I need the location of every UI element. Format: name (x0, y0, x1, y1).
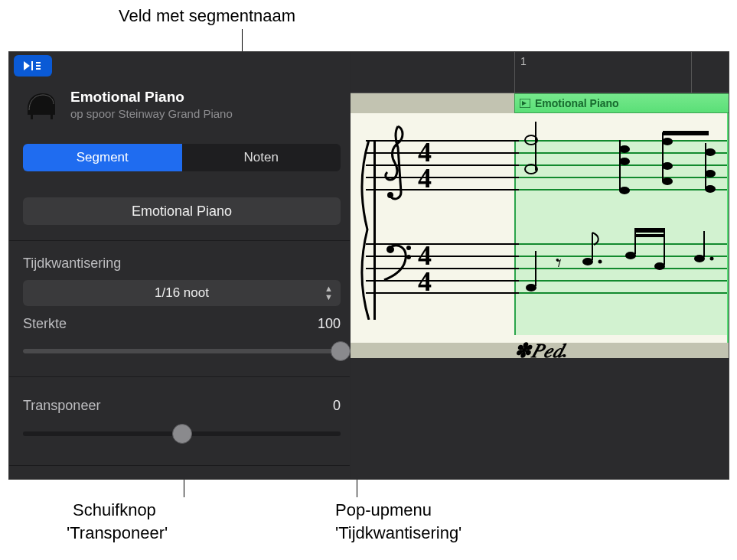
tab-notes[interactable]: Noten (182, 144, 341, 171)
svg-text:4: 4 (418, 163, 432, 192)
segment-subtitle: op spoor Steinway Grand Piano (70, 107, 233, 120)
svg-point-36 (598, 260, 602, 264)
svg-point-19 (705, 148, 716, 156)
inspector-tab-bar: Segment Noten (23, 144, 341, 171)
svg-rect-1 (31, 113, 33, 119)
strength-label: Sterkte (23, 316, 67, 332)
strength-value: 100 (318, 316, 341, 332)
callout-transpose-line1: Schuifknop (73, 500, 156, 520)
time-signature-bass: 4 4 (418, 242, 441, 295)
time-quantize-label: Tijdkwantisering (23, 256, 121, 272)
svg-point-34 (582, 258, 593, 265)
svg-point-37 (625, 252, 636, 259)
strength-slider-thumb[interactable] (331, 341, 351, 361)
loop-icon (520, 99, 530, 108)
svg-point-39 (654, 262, 665, 270)
svg-point-21 (705, 185, 716, 193)
svg-rect-42 (635, 234, 664, 237)
editor-panel: Emotional Piano op spoor Steinway Grand … (8, 51, 729, 480)
region-name-label: Emotional Piano (535, 97, 619, 109)
svg-text:4: 4 (418, 266, 432, 295)
svg-point-43 (694, 255, 705, 262)
svg-point-28 (406, 255, 411, 259)
transpose-slider[interactable] (23, 431, 341, 436)
segment-title: Emotional Piano (70, 89, 233, 106)
grand-piano-icon (23, 86, 60, 122)
svg-point-16 (662, 162, 673, 170)
svg-point-17 (662, 177, 673, 185)
segment-header: Emotional Piano op spoor Steinway Grand … (23, 86, 233, 122)
svg-rect-22 (663, 131, 709, 135)
callout-transpose-line2: 'Transponeer' (67, 523, 168, 543)
region-header[interactable]: Emotional Piano (514, 93, 729, 113)
svg-point-15 (662, 138, 673, 145)
svg-rect-41 (635, 228, 664, 233)
svg-point-4 (387, 192, 393, 198)
segment-name-field[interactable]: Emotional Piano (23, 197, 341, 225)
svg-rect-2 (51, 113, 53, 119)
treble-clef-icon (381, 125, 413, 204)
svg-point-12 (619, 158, 630, 165)
bass-clef-icon (381, 240, 413, 280)
strength-slider[interactable] (23, 349, 341, 353)
svg-point-27 (406, 246, 411, 250)
treble-notes: ♭ (519, 117, 729, 209)
svg-point-11 (619, 145, 630, 153)
svg-point-20 (705, 170, 716, 177)
transpose-label: Transponeer (23, 398, 100, 414)
inspector-panel: Emotional Piano op spoor Steinway Grand … (9, 52, 350, 479)
callout-quantize-line2: 'Tijdkwantisering' (335, 523, 461, 543)
catch-playhead-button[interactable] (14, 55, 52, 77)
svg-point-31 (526, 284, 536, 291)
time-quantize-popup[interactable]: 1/16 noot ▲▼ (23, 280, 341, 306)
callout-quantize-line1: Pop-upmenu (335, 500, 432, 520)
svg-point-13 (619, 187, 630, 194)
bass-notes: 𝄾 (519, 228, 729, 312)
time-quantize-value: 1/16 noot (155, 285, 209, 301)
time-signature-treble: 4 4 (418, 138, 441, 192)
svg-point-45 (710, 257, 714, 261)
transpose-value: 0 (333, 398, 341, 414)
transpose-slider-thumb[interactable] (172, 424, 192, 444)
bar-ruler[interactable]: 1 (351, 52, 729, 93)
region-resize-handle[interactable] (727, 113, 729, 343)
score-paper: 4 4 (351, 113, 729, 343)
callout-segment-name-label: Veld met segmentnaam (119, 6, 295, 26)
tab-segment[interactable]: Segment (23, 144, 182, 171)
score-view[interactable]: 1 Emotional Piano (351, 52, 729, 358)
svg-text:𝄾: 𝄾 (556, 259, 562, 268)
empty-dark-area (351, 358, 729, 480)
chevron-updown-icon: ▲▼ (324, 285, 333, 301)
ruler-bar-number: 1 (520, 55, 527, 67)
svg-point-26 (386, 246, 394, 253)
svg-rect-0 (31, 61, 33, 70)
